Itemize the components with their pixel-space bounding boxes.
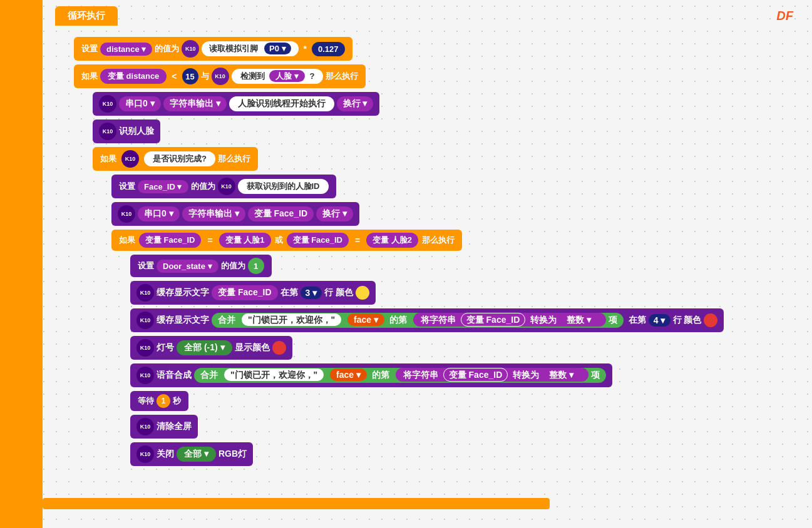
serial0-dropdown[interactable]: 串口0 ▾ — [119, 96, 161, 111]
serial0-2-dropdown[interactable]: 串口0 ▾ — [138, 206, 180, 221]
num-15: 15 — [182, 68, 198, 84]
serial-face-id-block: K10 串口0 ▾ 字符串输出 ▾ 变量 Face_ID 换行 ▾ — [111, 202, 359, 226]
face-id-var-5: 变量 Face_ID — [443, 368, 508, 382]
cache-display-2-row: K10 缓存显示文字 合并 "门锁已开，欢迎你，" face ▾ 的第 将字符串… — [130, 308, 799, 332]
wait-block: 等待 1 秒 — [130, 391, 188, 411]
face-id-var-2: 变量 Face_ID — [248, 206, 314, 221]
color-yellow-dot[interactable] — [356, 286, 369, 300]
k10-icon-8: K10 — [136, 284, 154, 302]
cache-display-1-block: K10 缓存显示文字 变量 Face_ID 在第 3 ▾ 行 颜色 — [130, 281, 376, 305]
serial-face-id-row: K10 串口0 ▾ 字符串输出 ▾ 变量 Face_ID 换行 ▾ — [111, 202, 799, 226]
face-id-eq2: 变量 Face_ID — [287, 233, 349, 248]
distance-cond-var: 变量 distance — [100, 69, 167, 84]
close-rgb-row: K10 关闭 全部 ▾ RGB灯 — [130, 442, 799, 466]
string-output-2-dropdown[interactable]: 字符串输出 ▾ — [182, 206, 245, 221]
is-recognized-block: 是否识别完成? — [144, 151, 215, 166]
k10-icon-5: K10 — [121, 150, 139, 168]
merge-block-1: 合并 "门锁已开，欢迎你，" face ▾ 的第 将字符串 变量 Face_ID… — [212, 313, 624, 328]
face-id-eq1: 变量 Face_ID — [139, 233, 201, 248]
detect-face-block: 检测到 人脸 ▾ ? — [232, 69, 324, 84]
row-num-4-dropdown[interactable]: 4 ▾ — [649, 314, 671, 327]
str-to-int-1: 将字符串 变量 Face_ID 转换为 整数 ▾ — [413, 313, 606, 327]
k10-icon-6: K10 — [218, 178, 235, 195]
clear-screen-row: K10 清除全屏 — [130, 415, 799, 439]
df-logo: DF — [776, 9, 793, 23]
k10-icon-2: K10 — [212, 68, 229, 85]
k10-icon-11: K10 — [136, 367, 154, 384]
left-sidebar — [0, 0, 43, 528]
door-open-msg-2: "门锁已开，欢迎你，" — [224, 368, 324, 381]
int-dropdown-2[interactable]: 整数 ▾ — [544, 368, 578, 381]
k10-icon-7: K10 — [118, 205, 135, 223]
door-num-badge: 1 — [248, 258, 264, 274]
door-var-dropdown[interactable]: Door_state ▾ — [157, 260, 218, 273]
k10-icon-13: K10 — [136, 445, 154, 463]
if-face-match-block: 如果 变量 Face_ID = 变量 人脸1 或 变量 Face_ID = 变量… — [111, 230, 462, 251]
wait-num-badge: 1 — [157, 394, 170, 408]
clear-screen-block: K10 清除全屏 — [130, 415, 198, 439]
get-face-id-block: 获取识别到的人脸ID — [238, 179, 329, 194]
newline-dropdown[interactable]: 换行 ▾ — [337, 96, 374, 111]
k10-icon-9: K10 — [136, 312, 154, 329]
distance-var-1[interactable]: distance ▾ — [100, 43, 152, 56]
face-drop-2[interactable]: face ▾ — [330, 368, 367, 381]
if-face-match-row: 如果 变量 Face_ID = 变量 人脸1 或 变量 Face_ID = 变量… — [111, 230, 799, 251]
door-open-msg-1: "门锁已开，欢迎你，" — [242, 313, 341, 326]
set-door-row: 设置 Door_state ▾ 的值为 1 — [130, 255, 799, 277]
merge-block-2: 合并 "门锁已开，欢迎你，" face ▾ 的第 将字符串 变量 Face_ID… — [194, 368, 606, 383]
face-thread-msg: 人脸识别线程开始执行 — [229, 96, 334, 111]
bottom-bar — [43, 498, 550, 509]
face-id-var-3: 变量 Face_ID — [212, 285, 278, 300]
str-to-int-2: 将字符串 变量 Face_ID 转换为 整数 ▾ — [396, 368, 588, 382]
all-rgb-dropdown[interactable]: 全部 ▾ — [177, 447, 216, 462]
read-analog-block: 读取模拟引脚 P0 ▾ — [202, 41, 298, 56]
if-distance-row: 如果 变量 distance < 15 与 K10 检测到 人脸 ▾ ? 那么执… — [74, 64, 799, 88]
k10-icon-12: K10 — [136, 418, 154, 435]
set-distance-row: 设置 distance ▾ 的值为 K10 读取模拟引脚 P0 ▾ * 0.12… — [74, 37, 799, 61]
face-dropdown[interactable]: 人脸 ▾ — [269, 70, 305, 82]
set-face-id-block: 设置 Face_ID ▾ 的值为 K10 获取识别到的人脸ID — [111, 175, 336, 198]
face2-var: 变量 人脸2 — [366, 233, 418, 248]
cache-display-1-row: K10 缓存显示文字 变量 Face_ID 在第 3 ▾ 行 颜色 — [130, 281, 799, 305]
set-door-block: 设置 Door_state ▾ 的值为 1 — [130, 255, 272, 277]
k10-icon-10: K10 — [136, 339, 154, 357]
light-row: K10 灯号 全部 (-1) ▾ 显示颜色 — [130, 336, 799, 360]
k10-icon-1: K10 — [182, 40, 199, 58]
speech-block: K10 语音合成 合并 "门锁已开，欢迎你，" face ▾ 的第 将字符串 变… — [130, 363, 612, 387]
if-block-1: 如果 变量 distance < 15 与 K10 检测到 人脸 ▾ ? 那么执… — [74, 64, 366, 88]
all-light-dropdown[interactable]: 全部 (-1) ▾ — [177, 340, 232, 355]
k10-icon-4: K10 — [99, 123, 116, 140]
set-face-id-row: 设置 Face_ID ▾ 的值为 K10 获取识别到的人脸ID — [111, 175, 799, 198]
light-block: K10 灯号 全部 (-1) ▾ 显示颜色 — [130, 336, 292, 360]
row-num-3-dropdown[interactable]: 3 ▾ — [301, 287, 322, 299]
pin-p0[interactable]: P0 ▾ — [264, 43, 291, 54]
k10-icon-3: K10 — [99, 95, 116, 113]
multiplier-value: 0.127 — [312, 42, 345, 56]
if-recognized-row: 如果 K10 是否识别完成? 那么执行 — [93, 147, 799, 171]
face-id-var-dropdown[interactable]: Face_ID ▾ — [138, 180, 188, 193]
newline-2-dropdown[interactable]: 换行 ▾ — [316, 206, 353, 221]
string-output-dropdown[interactable]: 字符串输出 ▾ — [163, 96, 227, 111]
loop-header: 循环执行 — [55, 6, 118, 26]
face-id-var-4: 变量 Face_ID — [461, 313, 526, 327]
speech-row: K10 语音合成 合并 "门锁已开，欢迎你，" face ▾ 的第 将字符串 变… — [130, 363, 799, 387]
color-red-dot-1[interactable] — [704, 313, 717, 327]
color-red-dot-2[interactable] — [272, 341, 286, 355]
serial-output-row: K10 串口0 ▾ 字符串输出 ▾ 人脸识别线程开始执行 换行 ▾ — [93, 92, 799, 116]
set-block: 设置 distance ▾ 的值为 K10 读取模拟引脚 P0 ▾ * 0.12… — [74, 37, 352, 61]
recognize-face-row: K10 识别人脸 — [93, 119, 799, 143]
serial-block-1: K10 串口0 ▾ 字符串输出 ▾ 人脸识别线程开始执行 换行 ▾ — [93, 92, 379, 116]
face-drop-1[interactable]: face ▾ — [347, 313, 384, 326]
if-block-2: 如果 K10 是否识别完成? 那么执行 — [93, 147, 258, 171]
cache-display-2-block: K10 缓存显示文字 合并 "门锁已开，欢迎你，" face ▾ 的第 将字符串… — [130, 308, 724, 332]
recognize-face-block: K10 识别人脸 — [93, 119, 160, 143]
close-rgb-block: K10 关闭 全部 ▾ RGB灯 — [130, 442, 253, 466]
face1-var: 变量 人脸1 — [219, 233, 271, 248]
wait-row: 等待 1 秒 — [130, 391, 799, 411]
int-dropdown-1[interactable]: 整数 ▾ — [562, 313, 596, 326]
main-content: 循环执行 设置 distance ▾ 的值为 K10 读取模拟引脚 P0 ▾ *… — [43, 0, 812, 528]
